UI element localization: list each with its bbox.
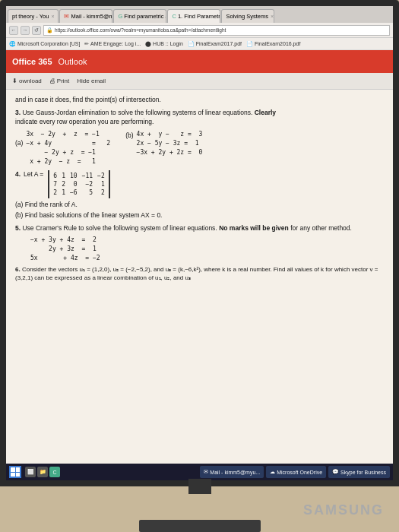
google-icon: G — [118, 13, 122, 20]
tab-find-param[interactable]: G Find parametric a × — [113, 9, 166, 23]
office-app: Outlook — [59, 57, 87, 66]
q5-label: 5. — [15, 224, 21, 232]
lock-icon: 🔒 — [46, 27, 53, 33]
refresh-button[interactable]: ↺ — [32, 26, 41, 35]
email-body: and in case it does, find the point(s) o… — [6, 90, 393, 464]
q4a-text: (a) Find the rank of A. — [15, 201, 384, 210]
eq-a3: − 2y + z = −1 — [26, 148, 110, 157]
tab-solving[interactable]: Solving Systems × — [221, 9, 274, 23]
mail-icon: ✉ — [64, 13, 69, 20]
q4b-label: (b) — [15, 211, 23, 219]
download-button[interactable]: ⬇ ownload — [12, 78, 42, 84]
q5-intro: 5. Use Cramer's Rule to solve the follow… — [15, 224, 384, 233]
taskbar: ⬜ 📁 C ✉ Mail - kimm5@myu... ☁ Microsoft … — [6, 464, 393, 480]
system-c: −x + 3y + 4z = 2 2y + 3z = 1 5x + 4z = −… — [30, 236, 384, 263]
eq-a4: x + 2y − z = 1 — [26, 157, 110, 166]
mail-taskbar-icon: ✉ — [204, 469, 208, 475]
tab-close-icon[interactable]: × — [51, 14, 54, 19]
mail-controls: ⬇ ownload 🖨 Print Hide email — [6, 73, 393, 90]
onedrive-icon: ☁ — [270, 469, 275, 475]
start-button[interactable] — [9, 466, 21, 478]
eq-c3: 5x + 4z = −2 — [30, 254, 384, 263]
monitor-outer: pt theory - You × ✉ Mail - kimm5@my × G … — [0, 0, 399, 486]
system-a: 3x − 2y + z = −1 −x + 4y = 2 − 2y + z = … — [26, 130, 110, 166]
taskbar-onedrive[interactable]: ☁ Microsoft OneDrive — [266, 466, 326, 478]
tab-mail[interactable]: ✉ Mail - kimm5@my × — [59, 9, 112, 23]
q4b-text: (b) Find basic solutions of the linear s… — [15, 211, 384, 220]
tab-parametric-active[interactable]: C 1. Find Parametric × — [167, 9, 220, 23]
url-bar[interactable]: 🔒 https://outlook.office.com/owa/?realm=… — [43, 25, 390, 36]
ame-icon: ✏ — [84, 41, 89, 46]
bookmarks-bar: 🌐 Microsoft Corporation [US] ✏ AME Engag… — [6, 38, 393, 50]
no-marks-text: No marks will be given — [219, 224, 289, 232]
taskbar-icon-2[interactable]: 📁 — [37, 467, 48, 477]
q6-text: 6. Consider the vectors u₁ = (1,2,0), u₂… — [15, 265, 384, 282]
bookmark-exam2016[interactable]: 📄 FinalExam2016.pdf — [246, 41, 300, 47]
taskbar-mail[interactable]: ✉ Mail - kimm5@myu... — [200, 466, 264, 478]
eq-b2: −3x + 2y + 2z = 0 — [137, 148, 203, 157]
clearly-text: Clearly — [255, 109, 276, 116]
q4-text: Let A = — [24, 170, 43, 179]
office-header: Office 365 Outlook — [6, 50, 393, 73]
screen-content: pt theory - You × ✉ Mail - kimm5@my × G … — [6, 6, 393, 480]
eq-c2: 2y + 3z = 1 — [30, 245, 384, 254]
print-icon: 🖨 — [49, 78, 55, 84]
skype-icon: 💬 — [332, 469, 339, 475]
taskbar-skype[interactable]: 💬 Skype for Business — [328, 466, 390, 478]
bookmark-exam2017[interactable]: 📄 FinalExam2017.pdf — [188, 41, 242, 47]
matrix-row-1: 6110−11−2 — [53, 172, 104, 180]
q4-label: 4. — [15, 170, 21, 179]
pdf-icon: 📄 — [188, 41, 195, 46]
pdf2-icon: 📄 — [246, 41, 253, 46]
eq-b1: 2x − 5y − 3z = 1 — [137, 139, 203, 148]
monitor-foot — [139, 520, 261, 532]
q4a-label: (a) — [15, 201, 23, 208]
matrix: 6110−11−2 72 0 −2 1 21−6 5 2 — [48, 170, 109, 199]
taskbar-icon-1[interactable]: ⬜ — [25, 467, 36, 477]
part-b: (b) 4x + y − z = 3 2x − 5y − 3z = 1 −3x … — [125, 130, 202, 166]
part-a-label: (a) — [15, 139, 23, 148]
q4-section: 4. Let A = 6110−11−2 72 0 −2 1 21−6 5 2 — [15, 170, 384, 199]
forward-button[interactable]: → — [21, 26, 30, 35]
eq-c1: −x + 3y + 4z = 2 — [30, 236, 384, 245]
tab-close-icon[interactable]: × — [271, 14, 274, 19]
chrome-icon: C — [172, 13, 176, 20]
taskbar-system-icons: ⬜ 📁 C — [25, 467, 60, 477]
equation-systems: (a) 3x − 2y + z = −1 −x + 4y = 2 − 2y + … — [15, 130, 384, 166]
part-a: (a) 3x − 2y + z = −1 −x + 4y = 2 − 2y + … — [15, 130, 110, 166]
tab-pt-theory[interactable]: pt theory - You × — [8, 9, 59, 23]
eq-b0: 4x + y − z = 3 — [137, 130, 203, 139]
taskbar-icon-3[interactable]: C — [49, 467, 60, 477]
q3-text: 3. Use Gauss-Jordan elimination to solve… — [15, 109, 384, 118]
matrix-row-3: 21−6 5 2 — [53, 188, 104, 197]
bookmark-hub[interactable]: ⬤ HUB :: Login — [145, 41, 183, 47]
q3-label: 3. — [15, 109, 21, 116]
office-logo: Office 365 — [12, 57, 52, 66]
bookmark-ame[interactable]: ✏ AME Engage: Log i... — [84, 41, 141, 47]
q3-indicate: indicate every row operation you are per… — [15, 118, 384, 127]
part-b-label: (b) — [125, 131, 133, 141]
system-b: 4x + y − z = 3 2x − 5y − 3z = 1 −3x + 2y… — [137, 130, 203, 157]
back-button[interactable]: ← — [9, 26, 18, 35]
hub-icon: ⬤ — [145, 41, 151, 46]
bookmark-microsoft[interactable]: 🌐 Microsoft Corporation [US] — [9, 41, 80, 47]
matrix-row-2: 72 0 −2 1 — [53, 180, 104, 188]
print-button[interactable]: 🖨 Print — [49, 78, 69, 84]
hide-email-button[interactable]: Hide email — [77, 78, 106, 84]
monitor-neck — [188, 479, 211, 494]
q6-label: 6. — [15, 266, 21, 273]
download-icon: ⬇ — [12, 78, 17, 84]
browser-tabs: pt theory - You × ✉ Mail - kimm5@my × G … — [6, 6, 393, 23]
eq-a2: −x + 4y = 2 — [26, 139, 110, 148]
intro-text: and in case it does, find the point(s) o… — [15, 96, 384, 105]
monitor-screen: pt theory - You × ✉ Mail - kimm5@my × G … — [6, 6, 393, 480]
eq-a1: 3x − 2y + z = −1 — [26, 130, 110, 139]
samsung-logo: SAMSUNG — [303, 502, 384, 518]
globe-icon: 🌐 — [9, 41, 16, 46]
browser-bar: ← → ↺ 🔒 https://outlook.office.com/owa/?… — [6, 23, 393, 38]
